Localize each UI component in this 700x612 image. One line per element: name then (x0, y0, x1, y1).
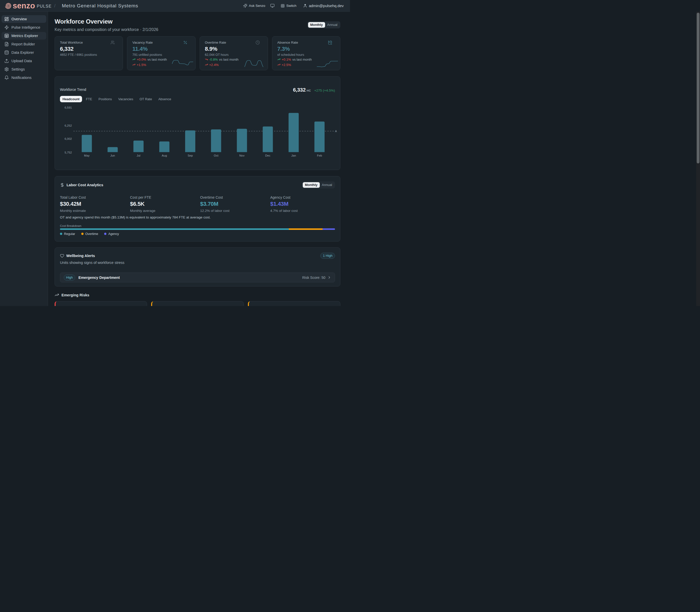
svg-text:Dec: Dec (265, 154, 270, 157)
svg-text:6,591: 6,591 (65, 106, 72, 109)
svg-text:Aug: Aug (162, 154, 167, 157)
svg-text:Avg: Avg (335, 130, 337, 133)
svg-text:Jan: Jan (291, 154, 296, 157)
svg-text:Jun: Jun (110, 154, 115, 157)
svg-text:May: May (84, 154, 90, 157)
svg-text:Sep: Sep (188, 154, 193, 157)
svg-text:6,002: 6,002 (65, 137, 72, 140)
svg-text:Feb: Feb (317, 154, 322, 157)
svg-text:Nov: Nov (239, 154, 245, 157)
svg-text:5,752: 5,752 (65, 151, 72, 154)
svg-text:Jul: Jul (137, 154, 140, 157)
svg-text:6,252: 6,252 (65, 124, 72, 127)
svg-text:Oct: Oct (214, 154, 219, 157)
